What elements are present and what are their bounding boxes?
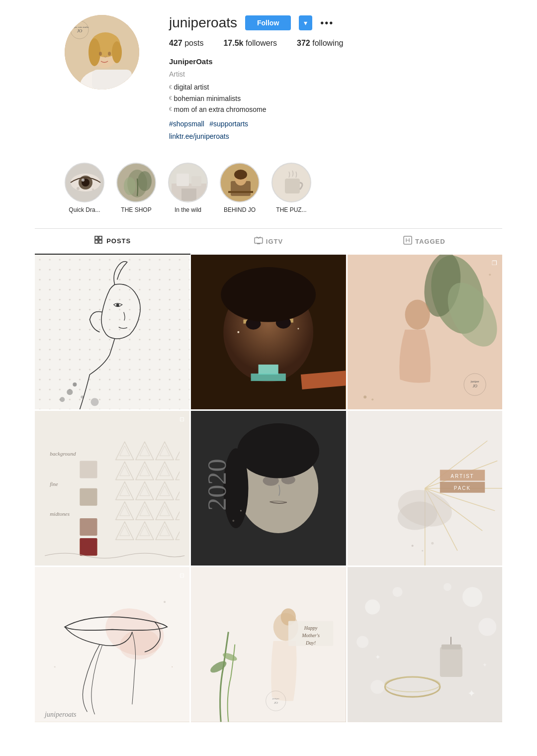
post-8[interactable]: Happy Mother's Day! juniper JO: [191, 567, 346, 722]
profile-info: juniperoats Follow ▾ ••• 427 posts 17.5k…: [169, 15, 492, 143]
svg-rect-83: [80, 488, 97, 506]
svg-rect-38: [99, 240, 102, 243]
post-3-indicator: ❐: [492, 260, 497, 267]
svg-point-95: [240, 510, 242, 511]
highlights-row: Quick Dra... THE SHOP: [35, 153, 502, 223]
highlight-thumbnail-2: [117, 164, 156, 202]
bullet-icon-1: €: [169, 84, 172, 92]
post-6[interactable]: ARTIST PACK: [348, 411, 502, 566]
tag-icon: [403, 236, 412, 247]
bio-text-2: bohemian minimalists: [174, 93, 241, 104]
svg-point-45: [116, 303, 119, 306]
highlight-thumbnail-3: [169, 164, 208, 202]
svg-point-48: [81, 395, 84, 398]
svg-point-97: [233, 520, 235, 522]
svg-rect-34: [285, 179, 300, 193]
svg-point-96: [248, 503, 249, 504]
svg-point-119: [164, 601, 166, 603]
post-3[interactable]: ❐ juniper JO: [348, 255, 502, 409]
more-options-button[interactable]: •••: [320, 17, 334, 29]
post-1-svg: [35, 255, 189, 409]
svg-text:juniperoats: juniperoats: [44, 711, 77, 719]
tab-posts[interactable]: POSTS: [35, 229, 190, 255]
svg-text:✦: ✦: [467, 688, 476, 699]
hashtag-supportarts[interactable]: #supportarts: [209, 120, 248, 128]
followers-stat[interactable]: 17.5k followers: [223, 39, 277, 48]
posts-count: 427: [169, 39, 182, 47]
svg-rect-8: [92, 70, 132, 90]
svg-point-112: [411, 545, 413, 547]
svg-rect-58: [251, 374, 286, 381]
posts-stat[interactable]: 427 posts: [169, 39, 203, 48]
highlight-item-4[interactable]: BEHIND JO: [220, 163, 260, 213]
svg-text:JO: JO: [274, 701, 278, 705]
post-9[interactable]: ✦ ✦ ✦: [348, 567, 502, 722]
svg-rect-36: [99, 236, 102, 239]
svg-rect-44: [35, 255, 189, 409]
avatar-svg: juniper oats studio JO: [65, 15, 139, 90]
svg-point-59: [238, 331, 240, 333]
follow-dropdown-button[interactable]: ▾: [299, 15, 312, 30]
profile-top-row: juniperoats Follow ▾ •••: [169, 15, 492, 31]
highlight-circle-4: [220, 163, 260, 202]
highlight-item-2[interactable]: THE SHOP: [116, 163, 156, 213]
highlight-item-3[interactable]: In the wild: [168, 163, 208, 213]
highlight-item-1[interactable]: Quick Dra...: [65, 163, 104, 213]
svg-point-73: [363, 395, 366, 398]
highlight-item-5[interactable]: THE PUZ...: [271, 163, 311, 213]
profile-link[interactable]: linktr.ee/juniperoats: [169, 132, 229, 140]
followers-label: followers: [246, 39, 277, 47]
svg-text:fine: fine: [50, 481, 58, 487]
hashtag-shopsmall[interactable]: #shopsmall: [169, 120, 204, 128]
svg-rect-26: [191, 176, 201, 186]
svg-point-136: [392, 587, 402, 597]
svg-text:JO: JO: [77, 28, 83, 33]
bio-text-3: mom of an extra chromosome: [174, 104, 267, 115]
follow-button[interactable]: Follow: [245, 15, 291, 30]
post-5[interactable]: 2020: [191, 411, 346, 566]
following-label: following: [312, 39, 343, 47]
highlight-circle-1: [65, 163, 104, 202]
svg-text:Day!: Day!: [305, 640, 316, 646]
highlight-label-5: THE PUZ...: [276, 206, 306, 213]
svg-rect-32: [228, 191, 253, 193]
highlight-label-2: THE SHOP: [121, 206, 151, 213]
svg-text:background: background: [50, 451, 76, 457]
svg-point-113: [422, 550, 423, 552]
tab-tagged[interactable]: TAGGED: [347, 229, 502, 255]
post-1[interactable]: [35, 255, 189, 409]
post-4-indicator: ⊡: [179, 416, 184, 423]
highlight-label-1: Quick Dra...: [69, 206, 100, 213]
tab-posts-label: POSTS: [106, 237, 131, 245]
svg-point-135: [365, 600, 380, 615]
svg-point-140: [478, 618, 496, 636]
tab-igtv[interactable]: IGTV: [190, 229, 346, 255]
profile-username: juniperoats: [169, 15, 237, 31]
svg-rect-81: [80, 461, 97, 478]
post-2[interactable]: [191, 255, 346, 409]
svg-text:midtones: midtones: [50, 511, 70, 517]
post-2-svg: [191, 255, 346, 409]
post-5-svg: 2020: [191, 411, 346, 566]
post-4[interactable]: ⊡ background fine midtones: [35, 411, 189, 566]
bio-line-2: € bohemian minimalists: [169, 93, 492, 104]
tag-svg: [403, 236, 412, 245]
svg-rect-115: [35, 567, 189, 722]
svg-rect-25: [177, 174, 189, 186]
svg-text:✦: ✦: [375, 653, 381, 661]
avatar-container: juniper oats studio JO: [65, 15, 139, 90]
highlight-label-4: BEHIND JO: [224, 206, 256, 213]
highlight-label-3: In the wild: [175, 206, 201, 213]
post-7[interactable]: ⊡ juniperoats: [35, 567, 189, 722]
bio: JuniperOats Artist € digital artist € bo…: [169, 56, 492, 143]
svg-point-49: [90, 398, 98, 406]
profile-header: juniper oats studio JO juniperoats Follo…: [35, 0, 502, 153]
svg-point-46: [73, 382, 77, 386]
svg-rect-37: [95, 240, 98, 243]
svg-point-5: [112, 41, 122, 63]
tv-svg: [254, 236, 263, 245]
following-stat[interactable]: 372 following: [297, 39, 343, 48]
svg-point-50: [60, 397, 65, 402]
svg-point-16: [82, 179, 85, 182]
bio-role: Artist: [169, 69, 492, 80]
